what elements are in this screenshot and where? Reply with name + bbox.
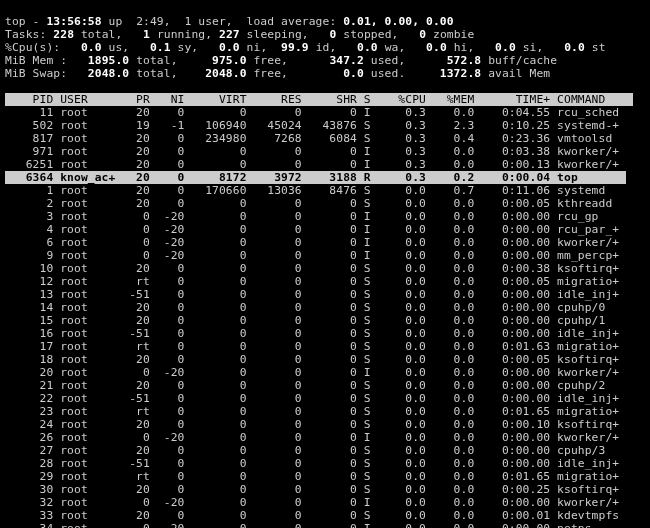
- process-row[interactable]: 22 root -51 0 0 0 0 S 0.0 0.0 0:00.00 id…: [5, 392, 626, 405]
- process-row[interactable]: 28 root -51 0 0 0 0 S 0.0 0.0 0:00.00 id…: [5, 457, 626, 470]
- process-row[interactable]: 24 root 20 0 0 0 0 S 0.0 0.0 0:00.10 kso…: [5, 418, 626, 431]
- process-row[interactable]: 34 root 0 -20 0 0 0 I 0.0 0.0 0:00.00 ne…: [5, 522, 626, 528]
- process-row[interactable]: 10 root 20 0 0 0 0 S 0.0 0.0 0:00.38 kso…: [5, 262, 626, 275]
- process-row[interactable]: 33 root 20 0 0 0 0 S 0.0 0.0 0:00.01 kde…: [5, 509, 626, 522]
- summary-mem: MiB Mem : 1895.0 total, 975.0 free, 347.…: [5, 54, 557, 67]
- summary-swap: MiB Swap: 2048.0 total, 2048.0 free, 0.0…: [5, 67, 550, 80]
- process-row[interactable]: 12 root rt 0 0 0 0 S 0.0 0.0 0:00.05 mig…: [5, 275, 626, 288]
- process-row[interactable]: 30 root 20 0 0 0 0 S 0.0 0.0 0:00.25 kso…: [5, 483, 626, 496]
- process-row[interactable]: 27 root 20 0 0 0 0 S 0.0 0.0 0:00.00 cpu…: [5, 444, 626, 457]
- process-row[interactable]: 6364 know_ac+ 20 0 8172 3972 3188 R 0.3 …: [5, 171, 626, 184]
- process-row[interactable]: 26 root 0 -20 0 0 0 I 0.0 0.0 0:00.00 kw…: [5, 431, 626, 444]
- process-row[interactable]: 2 root 20 0 0 0 0 S 0.0 0.0 0:00.05 kthr…: [5, 197, 626, 210]
- process-row[interactable]: 14 root 20 0 0 0 0 S 0.0 0.0 0:00.00 cpu…: [5, 301, 626, 314]
- summary-line-1: top - 13:56:58 up 2:49, 1 user, load ave…: [5, 15, 454, 28]
- process-row[interactable]: 6251 root 20 0 0 0 0 I 0.3 0.0 0:00.13 k…: [5, 158, 626, 171]
- process-row[interactable]: 16 root -51 0 0 0 0 S 0.0 0.0 0:00.00 id…: [5, 327, 626, 340]
- process-row[interactable]: 3 root 0 -20 0 0 0 I 0.0 0.0 0:00.00 rcu…: [5, 210, 626, 223]
- summary-tasks: Tasks: 228 total, 1 running, 227 sleepin…: [5, 28, 474, 41]
- process-row[interactable]: 21 root 20 0 0 0 0 S 0.0 0.0 0:00.00 cpu…: [5, 379, 626, 392]
- process-row[interactable]: 817 root 20 0 234980 7268 6084 S 0.3 0.4…: [5, 132, 626, 145]
- process-row[interactable]: 1 root 20 0 170660 13036 8476 S 0.0 0.7 …: [5, 184, 626, 197]
- process-row[interactable]: 20 root 0 -20 0 0 0 I 0.0 0.0 0:00.00 kw…: [5, 366, 626, 379]
- summary-cpu: %Cpu(s): 0.0 us, 0.1 sy, 0.0 ni, 99.9 id…: [5, 41, 606, 54]
- process-row[interactable]: 18 root 20 0 0 0 0 S 0.0 0.0 0:00.05 kso…: [5, 353, 626, 366]
- process-row[interactable]: 13 root -51 0 0 0 0 S 0.0 0.0 0:00.00 id…: [5, 288, 626, 301]
- process-row[interactable]: 32 root 0 -20 0 0 0 I 0.0 0.0 0:00.00 kw…: [5, 496, 626, 509]
- process-row[interactable]: 502 root 19 -1 106940 45024 43876 S 0.3 …: [5, 119, 626, 132]
- process-row[interactable]: 9 root 0 -20 0 0 0 I 0.0 0.0 0:00.00 mm_…: [5, 249, 626, 262]
- process-row[interactable]: 4 root 0 -20 0 0 0 I 0.0 0.0 0:00.00 rcu…: [5, 223, 626, 236]
- process-row[interactable]: 29 root rt 0 0 0 0 S 0.0 0.0 0:01.65 mig…: [5, 470, 626, 483]
- process-row[interactable]: 15 root 20 0 0 0 0 S 0.0 0.0 0:00.00 cpu…: [5, 314, 626, 327]
- process-row[interactable]: 11 root 20 0 0 0 0 I 0.3 0.0 0:04.55 rcu…: [5, 106, 626, 119]
- process-row[interactable]: 971 root 20 0 0 0 0 I 0.3 0.0 0:03.38 kw…: [5, 145, 626, 158]
- process-table-header: PID USER PR NI VIRT RES SHR S %CPU %MEM …: [5, 93, 633, 106]
- process-row[interactable]: 23 root rt 0 0 0 0 S 0.0 0.0 0:01.65 mig…: [5, 405, 626, 418]
- process-row[interactable]: 17 root rt 0 0 0 0 S 0.0 0.0 0:01.63 mig…: [5, 340, 626, 353]
- process-row[interactable]: 6 root 0 -20 0 0 0 I 0.0 0.0 0:00.00 kwo…: [5, 236, 626, 249]
